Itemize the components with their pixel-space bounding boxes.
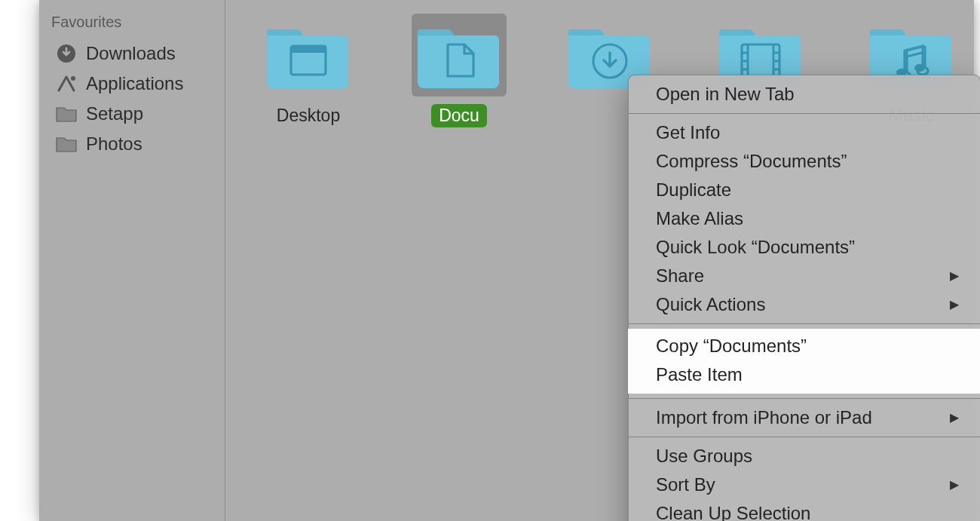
svg-point-1 [71,76,75,81]
menu-item-duplicate[interactable]: Duplicate [629,176,980,204]
folder-icon [56,134,77,154]
menu-item-clean-up-selection[interactable]: Clean Up Selection [629,499,980,521]
menu-separator [629,323,980,324]
menu-item-import-iphone-ipad[interactable]: Import from iPhone or iPad▶ [629,403,980,432]
menu-item-quick-actions[interactable]: Quick Actions▶ [629,290,980,319]
menu-item-quick-look[interactable]: Quick Look “Documents” [629,233,980,262]
menu-separator [629,398,980,399]
submenu-arrow-icon: ▶ [950,292,959,317]
main-content: Desktop Docu [225,0,974,521]
sidebar-item-setapp[interactable]: Setapp [39,99,225,129]
folder-label: Docu [431,104,487,127]
sidebar-item-label: Applications [86,73,183,94]
folder-label: Desktop [269,104,348,127]
menu-item-compress[interactable]: Compress “Documents” [629,147,980,176]
menu-item-label: Share [656,263,704,289]
menu-item-get-info[interactable]: Get Info [629,118,980,147]
sidebar-item-applications[interactable]: Applications [39,69,225,99]
submenu-arrow-icon: ▶ [950,263,959,289]
menu-item-label: Clean Up Selection [656,501,810,521]
submenu-arrow-icon: ▶ [950,405,959,431]
sidebar-item-label: Photos [86,133,142,155]
sidebar-header-favourites: Favourites [39,9,225,38]
folder-documents[interactable]: Docu [414,14,504,127]
menu-item-label: Import from iPhone or iPad [656,405,872,431]
sidebar: Favourites Downloads Applications [39,0,225,521]
menu-item-label: Open in New Tab [656,81,795,107]
menu-separator [629,113,980,114]
menu-item-label: Use Groups [656,443,752,469]
menu-group: Open in New Tab [629,80,980,109]
menu-item-label: Duplicate [656,177,731,203]
submenu-arrow-icon: ▶ [950,472,959,498]
sidebar-item-photos[interactable]: Photos [39,129,225,159]
finder-window: Favourites Downloads Applications [39,0,974,521]
documents-folder-icon [412,14,507,97]
applications-icon [56,74,77,93]
download-circle-icon [56,44,77,63]
desktop-folder-icon [261,14,356,97]
svg-rect-3 [291,46,326,53]
menu-group-highlighted: Copy “Documents” Paste Item [628,329,980,394]
menu-group: Import from iPhone or iPad▶ [629,403,980,432]
menu-item-label: Compress “Documents” [656,149,847,174]
menu-group: Get Info Compress “Documents” Duplicate … [629,118,980,319]
menu-item-label: Quick Actions [656,292,765,317]
menu-item-label: Sort By [656,472,715,498]
menu-separator [629,437,980,437]
menu-item-share[interactable]: Share▶ [629,262,980,290]
menu-group: Use Groups Sort By▶ Clean Up Selection S… [629,442,980,521]
sidebar-item-downloads[interactable]: Downloads [39,38,225,69]
menu-item-label: Copy “Documents” [656,333,807,359]
menu-item-make-alias[interactable]: Make Alias [629,204,980,233]
sidebar-item-label: Downloads [86,43,176,64]
menu-item-label: Paste Item [656,362,743,388]
folder-icon [56,104,77,124]
menu-item-label: Make Alias [656,206,743,231]
menu-item-label: Quick Look “Documents” [656,234,855,260]
context-menu: Open in New Tab Get Info Compress “Docum… [628,75,980,521]
sidebar-item-label: Setapp [86,103,143,124]
svg-point-15 [914,64,925,72]
menu-item-label: Get Info [656,120,720,146]
folder-desktop[interactable]: Desktop [263,14,354,127]
menu-item-sort-by[interactable]: Sort By▶ [629,470,980,499]
menu-item-paste[interactable]: Paste Item [628,360,980,389]
menu-item-open-new-tab[interactable]: Open in New Tab [629,80,980,109]
menu-item-copy[interactable]: Copy “Documents” [628,332,980,360]
menu-item-use-groups[interactable]: Use Groups [629,442,980,470]
